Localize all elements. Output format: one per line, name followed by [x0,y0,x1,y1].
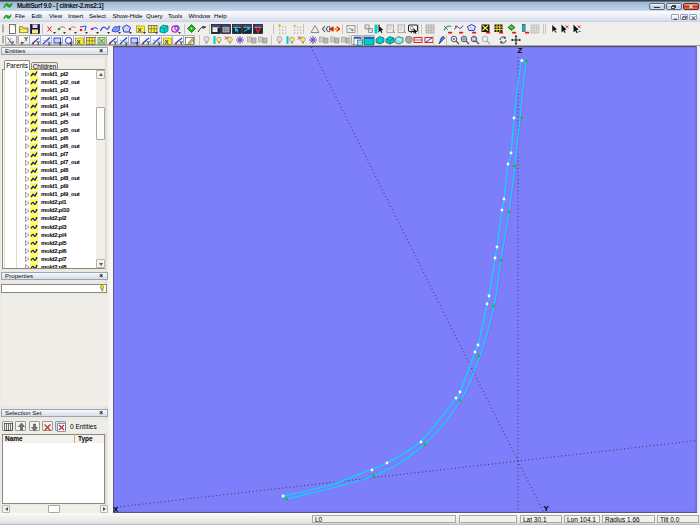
svg-text:Y: Y [24,36,28,42]
svg-text:Z: Z [518,46,523,55]
svg-text:X: X [138,26,142,32]
svg-text:X: X [113,505,119,513]
svg-text:Q: Q [473,37,477,42]
svg-text:X: X [164,39,168,45]
svg-text:X: X [76,39,80,45]
svg-text:Y: Y [544,504,550,513]
svg-text:Q: Q [410,26,414,31]
